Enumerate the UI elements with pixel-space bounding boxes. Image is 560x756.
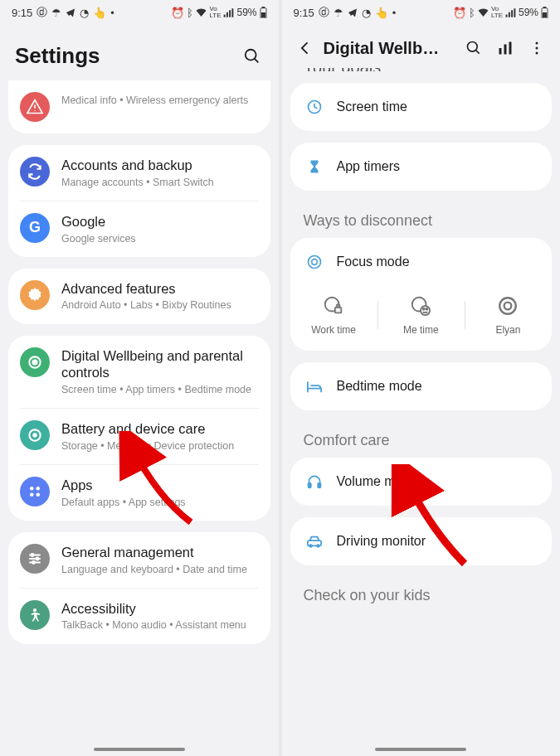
row-title: General management <box>61 544 259 561</box>
row-subtitle: Google services <box>61 232 259 245</box>
svg-point-30 <box>536 47 538 50</box>
wellbeing-row[interactable]: Volume monitor <box>290 458 553 506</box>
headphones-icon <box>305 472 324 491</box>
row-subtitle: TalkBack • Mono audio • Assistant menu <box>61 618 259 632</box>
search-button[interactable] <box>462 36 485 60</box>
wellbeing-row[interactable]: Focus mode <box>290 238 553 286</box>
row-subtitle: Default apps • App settings <box>61 496 259 509</box>
clock: 9:15 <box>294 7 314 19</box>
row-subtitle: Screen time • App timers • Bedtime mode <box>61 383 259 396</box>
settings-row[interactable]: AccessibilityTalkBack • Mono audio • Ass… <box>20 588 259 644</box>
alert-icon <box>20 92 50 122</box>
focus-option[interactable]: Elyan <box>465 294 552 336</box>
svg-rect-28 <box>509 42 512 55</box>
more-dot: • <box>392 7 397 19</box>
thumb-icon: 👆 <box>93 7 106 19</box>
settings-group: Digital Wellbeing and parental controlsS… <box>8 336 270 521</box>
row-title: Battery and device care <box>61 420 259 438</box>
settings-row[interactable]: Battery and device careStorage • Memory … <box>20 408 259 464</box>
more-button[interactable] <box>525 36 548 60</box>
wellbeing-row[interactable]: App timers <box>290 143 553 191</box>
svg-rect-36 <box>335 308 341 313</box>
svg-rect-22 <box>543 7 547 8</box>
row-label: Screen time <box>337 99 407 114</box>
row-title: Digital Wellbeing and parental controls <box>61 347 259 381</box>
row-title: Google <box>61 213 259 230</box>
focus-mode-options: Work timeMe timeElyan <box>290 286 553 351</box>
header: Digital Wellb… <box>282 23 561 68</box>
wellbeing-card: App timers <box>290 143 553 191</box>
svg-point-38 <box>421 306 430 315</box>
wellbeing-row[interactable]: Screen time <box>290 83 553 131</box>
row-subtitle: Medical info • Wireless emergency alerts <box>61 94 259 107</box>
settings-list[interactable]: Medical info • Wireless emergency alerts… <box>0 80 279 744</box>
settings-row[interactable]: Accounts and backupManage accounts • Sma… <box>8 145 270 201</box>
row-label: App timers <box>337 159 400 174</box>
svg-point-20 <box>33 608 37 612</box>
svg-point-39 <box>423 308 425 310</box>
volte-label: VoLTE <box>209 6 221 19</box>
chart-button[interactable] <box>494 36 517 60</box>
svg-rect-23 <box>543 12 547 17</box>
settings-row[interactable]: General managementLanguage and keyboard … <box>8 532 270 588</box>
row-label: Bedtime mode <box>337 379 422 394</box>
svg-point-19 <box>32 561 35 564</box>
battery-pct: 59% <box>236 7 256 18</box>
clock-smile-icon <box>409 294 432 317</box>
focus-option[interactable]: Work time <box>290 294 377 336</box>
focus-option-label: Work time <box>311 324 356 336</box>
svg-rect-1 <box>261 7 265 8</box>
home-indicator[interactable] <box>375 748 466 751</box>
focus-option-label: Elyan <box>495 324 520 336</box>
row-label: Volume monitor <box>337 474 429 489</box>
svg-point-40 <box>426 308 428 310</box>
search-button[interactable] <box>241 45 264 68</box>
svg-point-18 <box>37 557 39 560</box>
wellbeing-card: Screen time <box>290 83 553 131</box>
telegram-icon <box>66 7 75 17</box>
wellbeing-card: Focus modeWork timeMe timeElyan <box>290 238 553 351</box>
volte-label: VoLTE <box>491 6 503 19</box>
home-indicator[interactable] <box>94 748 185 751</box>
row-subtitle: Android Auto • Labs • Bixby Routines <box>61 298 259 312</box>
access-icon <box>20 600 50 630</box>
alarm-icon: ⏰ <box>171 7 184 19</box>
telegram-icon <box>348 7 358 17</box>
gear-icon <box>20 280 50 310</box>
svg-rect-44 <box>318 483 320 488</box>
svg-point-47 <box>317 545 319 547</box>
page-title: Digital Wellb… <box>324 39 455 58</box>
settings-row[interactable]: AppsDefault apps • App settings <box>20 464 259 521</box>
wellbeing-row[interactable]: Driving monitor <box>290 517 553 565</box>
icon-o: ◔ <box>362 7 371 19</box>
back-button[interactable] <box>294 36 317 60</box>
wellbeing-row[interactable]: Bedtime mode <box>290 362 553 410</box>
svg-point-11 <box>37 487 41 491</box>
alarm-icon: ⏰ <box>453 7 466 19</box>
svg-point-9 <box>33 434 36 436</box>
svg-point-7 <box>33 360 37 364</box>
phone-right: 9:15 ⓓ ☂ ◔ 👆 • ⏰ ᛒ VoLTE 59% <box>282 0 561 756</box>
svg-point-3 <box>245 49 256 60</box>
settings-row[interactable]: Medical info • Wireless emergency alerts <box>8 80 270 133</box>
row-label: Driving monitor <box>337 534 426 549</box>
section-header: Ways to disconnect <box>290 202 553 238</box>
svg-point-12 <box>30 493 34 497</box>
battery-icon <box>541 7 548 18</box>
svg-point-34 <box>311 259 317 265</box>
wellbeing-card: Volume monitor <box>290 458 553 506</box>
svg-rect-26 <box>499 48 502 55</box>
svg-point-29 <box>536 42 538 45</box>
wellbeing-list[interactable]: Your goals Screen timeApp timersWays to … <box>282 68 561 744</box>
focus-option[interactable]: Me time <box>377 294 465 336</box>
svg-point-33 <box>308 256 320 269</box>
sync-icon <box>20 157 50 187</box>
settings-row[interactable]: Advanced featuresAndroid Auto • Labs • B… <box>8 269 270 324</box>
clock: 9:15 <box>12 7 32 19</box>
settings-row[interactable]: GGoogleGoogle services <box>20 201 259 257</box>
battery-icon <box>260 7 267 18</box>
svg-line-25 <box>476 51 480 54</box>
icon-d: ⓓ <box>319 5 329 20</box>
settings-row[interactable]: Digital Wellbeing and parental controlsS… <box>8 336 270 409</box>
svg-point-13 <box>37 493 41 497</box>
